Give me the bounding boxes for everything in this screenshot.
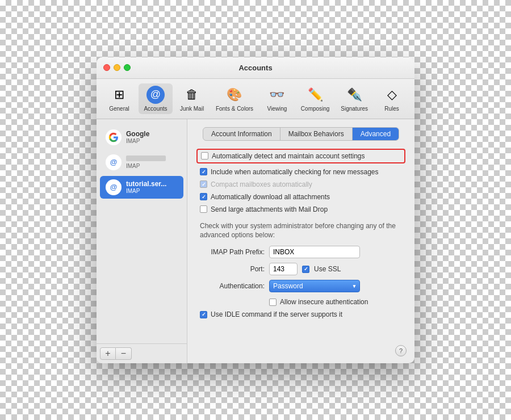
fonts-icon: 🎨 [225,86,244,104]
minimize-button[interactable] [114,64,120,71]
imap-prefix-label: IMAP Path Prefix: [196,248,265,256]
google-account-type: IMAP [126,138,149,144]
admin-note: Check with your system administrator bef… [200,221,405,241]
insecure-auth-checkbox[interactable] [269,299,277,306]
toolbar-item-accounts[interactable]: @ Accounts [139,83,173,114]
idle-row: Use IDLE command if the server supports … [196,309,405,320]
auto-detect-label: Automatically detect and maintain accoun… [212,152,365,160]
help-button[interactable]: ? [395,345,407,356]
use-ssl-checkbox[interactable] [302,266,309,273]
auto-detect-checkbox[interactable] [201,152,208,159]
compact-mailboxes-row: Compact mailboxes automatically [196,179,405,190]
tab-account-info[interactable]: Account Information [203,128,280,140]
auth-select-wrapper: Password MD5 Challenge-Response NTLM Ker… [269,280,360,292]
compact-mailboxes-checkbox[interactable] [200,180,207,188]
toolbar-item-junk[interactable]: 🗑 Junk Mail [175,83,209,114]
tab-bar: Account Information Mailbox Behaviors Ad… [203,127,399,141]
rules-icon: ◇ [383,86,401,104]
add-account-button[interactable]: + [100,347,116,360]
use-ssl-label: Use SSL [314,265,341,273]
advanced-content: Automatically detect and maintain accoun… [196,149,405,355]
signatures-icon: ✒️ [345,86,363,104]
tutorial-account-name: tutorial.ser... [126,180,166,188]
maximize-button[interactable] [124,64,131,71]
toolbar-label-fonts: Fonts & Colors [216,106,253,112]
auth-row: Authentication: Password MD5 Challenge-R… [196,280,405,292]
port-row: Port: Use SSL [196,263,405,275]
composing-icon: ✏️ [306,86,324,104]
imap1-account-info: IMAP [126,156,166,169]
toolbar-item-general[interactable]: ⊞ General [102,83,136,114]
toolbar: ⊞ General @ Accounts 🗑 Junk Mail 🎨 Fonts… [97,79,414,119]
tutorial-icon: @ [106,179,122,195]
sidebar-item-google[interactable]: Google IMAP [100,126,183,149]
imap1-account-type: IMAP [126,163,166,169]
idle-checkbox[interactable] [200,311,207,318]
sidebar-bottom-bar: + − [97,343,187,363]
port-label: Port: [196,265,265,273]
viewing-icon: 👓 [268,86,286,104]
window-body: Google IMAP @ IMAP @ tutorial.ser... IMA… [97,119,414,363]
include-checking-checkbox[interactable] [200,168,207,175]
auto-download-row: Automatically download all attachments [196,192,405,202]
auto-detect-row: Automatically detect and maintain accoun… [196,149,405,163]
auto-download-label: Automatically download all attachments [211,193,330,201]
titlebar: Accounts [97,57,414,79]
main-window: Accounts ⊞ General @ Accounts 🗑 Junk Mai… [97,57,414,363]
toolbar-label-general: General [109,106,129,112]
send-large-checkbox[interactable] [200,205,207,213]
tutorial-account-type: IMAP [126,188,166,194]
accounts-icon: @ [146,86,165,104]
remove-account-button[interactable]: − [116,347,132,360]
auth-label: Authentication: [196,282,265,290]
sidebar-item-tutorial[interactable]: @ tutorial.ser... IMAP [100,176,183,199]
tab-advanced[interactable]: Advanced [353,128,399,140]
toolbar-item-signatures[interactable]: ✒️ Signatures [336,83,372,114]
toolbar-item-rules[interactable]: ◇ Rules [375,83,409,114]
toolbar-label-composing: Composing [301,106,330,112]
imap-prefix-input[interactable] [269,246,360,258]
toolbar-item-fonts[interactable]: 🎨 Fonts & Colors [211,83,258,114]
toolbar-label-junk: Junk Mail [180,106,204,112]
insecure-auth-label: Allow insecure authentication [280,298,368,306]
toolbar-item-viewing[interactable]: 👓 Viewing [260,83,294,114]
toolbar-label-signatures: Signatures [341,106,368,112]
traffic-lights [103,64,131,71]
general-icon: ⊞ [110,86,128,104]
google-account-info: Google IMAP [126,130,149,144]
send-large-label: Send large attachments with Mail Drop [211,205,328,213]
port-input[interactable] [269,263,298,275]
compact-mailboxes-label: Compact mailboxes automatically [211,180,312,188]
imap-prefix-row: IMAP Path Prefix: [196,246,405,258]
toolbar-label-rules: Rules [384,106,399,112]
google-icon [106,129,122,145]
junk-icon: 🗑 [183,86,201,104]
sidebar-item-imap1[interactable]: @ IMAP [100,151,183,174]
main-content: Account Information Mailbox Behaviors Ad… [187,119,414,363]
close-button[interactable] [103,64,110,71]
window-title: Accounts [238,64,272,72]
idle-label: Use IDLE command if the server supports … [211,310,342,318]
google-account-name: Google [126,130,149,138]
tab-mailbox[interactable]: Mailbox Behaviors [280,128,353,140]
tutorial-account-info: tutorial.ser... IMAP [126,180,166,194]
auth-select[interactable]: Password MD5 Challenge-Response NTLM Ker… [269,280,360,292]
include-checking-row: Include when automatically checking for … [196,167,405,177]
port-inner-row: Use SSL [269,263,341,275]
insecure-auth-row: Allow insecure authentication [196,297,405,307]
toolbar-label-viewing: Viewing [267,106,287,112]
imap1-placeholder [126,156,166,161]
toolbar-item-composing[interactable]: ✏️ Composing [296,83,334,114]
imap1-icon: @ [106,154,122,170]
auto-download-checkbox[interactable] [200,193,207,200]
sidebar: Google IMAP @ IMAP @ tutorial.ser... IMA… [97,119,187,363]
include-checking-label: Include when automatically checking for … [211,168,379,176]
send-large-row: Send large attachments with Mail Drop [196,204,405,215]
toolbar-label-accounts: Accounts [144,106,167,112]
